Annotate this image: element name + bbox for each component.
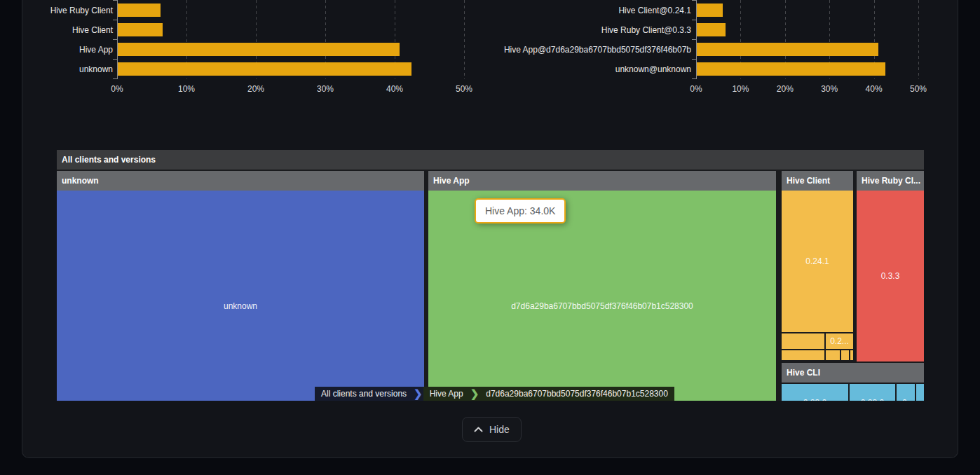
treemap-cell-unknown[interactable]: unknown (57, 191, 424, 401)
treemap-group-header-hive-ruby-client[interactable]: Hive Ruby Cl... (857, 171, 924, 191)
treemap-tooltip: Hive App: 34.0K (475, 198, 566, 223)
clients-bar[interactable] (118, 62, 411, 76)
hide-button[interactable]: Hide (462, 417, 522, 442)
client-versions-category-label: Hive Client@0.24.1 (467, 5, 691, 16)
treemap-cell-hive-client-minor[interactable] (826, 350, 840, 360)
client-versions-axis-tick (692, 78, 696, 79)
treemap-cell-hive-client-minor[interactable] (782, 333, 824, 349)
clients-category-label: Hive Client (0, 25, 113, 36)
client-versions-category-label: unknown@unknown (467, 64, 691, 75)
treemap-breadcrumb: All clients and versions❯Hive App❯d7d6a2… (315, 387, 674, 401)
client-versions-axis-tick (692, 59, 696, 60)
client-versions-bar[interactable] (697, 43, 878, 56)
treemap-cell-hive-cli-minor[interactable] (916, 384, 924, 401)
treemap-root-header[interactable]: All clients and versions (57, 150, 924, 170)
clients-x-tick-label: 10% (165, 84, 207, 94)
clients-axis-tick (113, 59, 117, 60)
tooltip-text: Hive App: 34.0K (485, 205, 555, 216)
clients-category-label: Hive App (0, 44, 113, 55)
clients-bar[interactable] (118, 43, 400, 56)
clients-axis-tick (113, 78, 117, 79)
breadcrumb-chevron-icon: ❯ (470, 387, 480, 401)
treemap-group-header-hive-client[interactable]: Hive Client (782, 171, 853, 191)
chevron-up-icon (474, 427, 483, 432)
clients-bar[interactable] (118, 23, 163, 36)
treemap-cell-hive-client-minor[interactable] (850, 350, 853, 360)
clients-category-label: Hive Ruby Client (0, 5, 113, 16)
treemap-group-header-hive-cli[interactable]: Hive CLI (782, 363, 924, 383)
breadcrumb-chevron-icon: ❯ (413, 387, 423, 401)
clients-treemap: All clients and versionsunknownunknownHi… (57, 150, 924, 401)
clients-gridline (464, 0, 465, 79)
treemap-cell-hive-cli-0-23-0[interactable]: 0.23.0 (782, 384, 848, 401)
client-versions-x-tick-label: 10% (719, 84, 761, 94)
client-versions-gridline (918, 0, 919, 79)
clients-axis-tick (113, 39, 117, 40)
treemap-cell-hive-client-0-24-1[interactable]: 0.24.1 (782, 191, 853, 332)
client-versions-x-tick-label: 50% (897, 84, 939, 94)
client-versions-category-label: Hive App@d7d6a29ba6707bbd5075df376f46b07… (467, 44, 691, 55)
treemap-cell-hive-cli-0[interactable]: 0. (897, 384, 915, 401)
clients-x-tick-label: 50% (443, 84, 485, 94)
client-versions-axis-tick (692, 0, 696, 1)
dashboard-page: Hive Ruby ClientHive ClientHive Appunkno… (0, 0, 980, 475)
treemap-cell-hive-client-minor[interactable] (782, 350, 824, 360)
treemap-group-header-unknown[interactable]: unknown (57, 171, 424, 191)
breadcrumb-item[interactable]: d7d6a29ba6707bbd5075df376f46b07b1c528300 (479, 387, 674, 401)
treemap-cell-hive-client-0-2[interactable]: 0.2... (826, 333, 853, 349)
breadcrumb-item[interactable]: All clients and versions (315, 387, 413, 401)
client-versions-axis-tick (692, 20, 696, 20)
clients-axis-tick (113, 0, 117, 1)
client-versions-x-tick-label: 30% (808, 84, 850, 94)
clients-axis-tick (113, 20, 117, 20)
client-versions-category-label: Hive Ruby Client@0.3.3 (467, 25, 691, 36)
clients-x-tick-label: 0% (96, 84, 138, 94)
client-versions-bar[interactable] (697, 4, 723, 17)
treemap-cell-hive-client-minor[interactable] (841, 350, 849, 360)
treemap-group-header-hive-app[interactable]: Hive App (428, 171, 776, 191)
client-versions-x-tick-label: 40% (853, 84, 895, 94)
hide-button-label: Hide (489, 424, 510, 435)
clients-category-label: unknown (0, 64, 113, 75)
treemap-cell-hive-cli-0-23-0[interactable]: 0.23.0 (850, 384, 895, 401)
client-versions-x-tick-label: 20% (764, 84, 806, 94)
client-versions-axis-tick (692, 39, 696, 40)
clients-x-tick-label: 30% (304, 84, 346, 94)
clients-x-tick-label: 40% (374, 84, 416, 94)
clients-bar[interactable] (118, 4, 161, 17)
treemap-cell-hive-ruby-0-3-3[interactable]: 0.3.3 (857, 191, 924, 362)
clients-x-tick-label: 20% (235, 84, 277, 94)
breadcrumb-item[interactable]: Hive App (423, 387, 470, 401)
client-versions-x-tick-label: 0% (675, 84, 717, 94)
client-versions-bar[interactable] (697, 23, 726, 36)
client-versions-bar[interactable] (697, 62, 885, 76)
